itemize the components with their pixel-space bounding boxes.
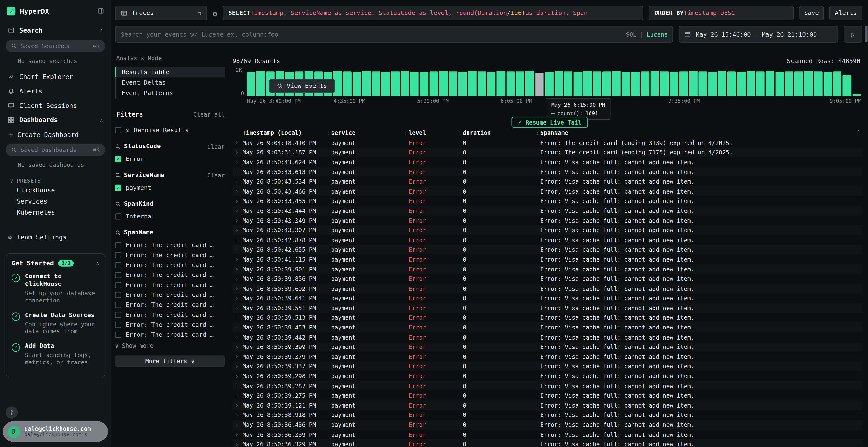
histogram-bar[interactable]	[429, 71, 438, 96]
table-row[interactable]: › May 26 8:50:39.298 PM payment Error 0 …	[232, 371, 863, 381]
row-expand-icon[interactable]: ›	[232, 402, 242, 408]
filter-option-spanname[interactable]: Error: The credit card …	[115, 270, 225, 280]
table-row[interactable]: › May 26 8:50:43.624 PM payment Error 0 …	[232, 157, 863, 167]
sidebar-item-search[interactable]: Search ∧	[0, 23, 111, 38]
checkbox[interactable]	[115, 302, 121, 308]
histogram-bar[interactable]	[401, 71, 409, 96]
histogram-bar[interactable]	[362, 71, 371, 96]
column-header-timestamp[interactable]: Timestamp (Local)	[243, 129, 324, 136]
histogram-bar[interactable]	[449, 72, 457, 96]
table-row[interactable]: › May 26 8:50:43.466 PM payment Error 0 …	[232, 186, 863, 196]
row-expand-icon[interactable]: ›	[232, 305, 242, 311]
row-expand-icon[interactable]: ›	[232, 178, 242, 184]
filter-option-spanname[interactable]: Error: The credit card …	[115, 330, 225, 339]
row-expand-icon[interactable]: ›	[232, 441, 242, 447]
filter-option-spanname[interactable]: Error: The credit card …	[115, 240, 225, 250]
save-button[interactable]: Save	[799, 5, 824, 21]
table-row[interactable]: › May 26 8:50:43.534 PM payment Error 0 …	[232, 176, 863, 186]
sql-query[interactable]: SELECT Timestamp, ServiceName as service…	[223, 5, 643, 21]
row-expand-icon[interactable]: ›	[232, 159, 242, 165]
histogram-bar[interactable]	[391, 71, 400, 96]
histogram-bar[interactable]	[487, 72, 495, 96]
table-row[interactable]: › May 26 8:50:39.287 PM payment Error 0 …	[232, 381, 863, 391]
filter-option-error[interactable]: ✓ Error	[115, 153, 225, 164]
histogram-bar[interactable]	[804, 71, 813, 96]
row-expand-icon[interactable]: ›	[232, 314, 242, 320]
table-row[interactable]: › May 26 8:50:36.339 PM payment Error 0 …	[232, 429, 863, 439]
checkbox[interactable]	[115, 213, 121, 219]
clear-all-filters-button[interactable]: Clear all	[193, 111, 225, 118]
filter-option-spanname[interactable]: Error: The credit card …	[115, 310, 225, 319]
chevron-up-icon[interactable]: ∧	[100, 117, 103, 123]
row-expand-icon[interactable]: ›	[232, 237, 242, 243]
table-row[interactable]: › May 26 8:50:41.115 PM payment Error 0 …	[232, 254, 863, 264]
histogram-bar[interactable]	[746, 71, 755, 96]
column-header-duration[interactable]: ⋮duration	[456, 129, 534, 136]
histogram-bar[interactable]	[737, 72, 745, 96]
column-menu-icon[interactable]: ⋮	[856, 129, 861, 135]
histogram-bar[interactable]	[564, 71, 572, 96]
histogram-bar[interactable]	[775, 72, 784, 96]
chevron-up-icon[interactable]: ∧	[100, 28, 103, 33]
filter-option-payment[interactable]: ✓ payment	[115, 182, 225, 193]
table-row[interactable]: › May 26 8:50:39.275 PM payment Error 0 …	[232, 391, 863, 400]
source-selector[interactable]: Traces ⇅	[115, 5, 207, 21]
row-expand-icon[interactable]: ›	[232, 169, 242, 175]
filter-option-spanname[interactable]: Error: The credit card …	[115, 250, 225, 260]
table-row[interactable]: › May 26 8:50:38.918 PM payment Error 0 …	[232, 410, 863, 420]
preset-dashboard-link[interactable]: ClickHouse	[0, 185, 111, 196]
sidebar-item-team-settings[interactable]: ⚙ Team Settings	[0, 230, 111, 244]
analysis-mode-option[interactable]: Results Table	[115, 67, 225, 77]
user-menu[interactable]: D dale@clickhouse.com dale@clickhouse.co…	[3, 421, 108, 442]
analysis-mode-option[interactable]: Event Deltas	[115, 77, 225, 88]
column-header-service[interactable]: ⋮service	[324, 129, 402, 136]
preset-dashboard-link[interactable]: Kubernetes	[0, 207, 111, 218]
histogram-bar[interactable]	[756, 72, 765, 96]
chevron-up-icon[interactable]: ∧	[96, 260, 99, 266]
filter-option-internal[interactable]: Internal	[115, 211, 225, 221]
row-expand-icon[interactable]: ›	[232, 266, 242, 272]
row-expand-icon[interactable]: ›	[232, 217, 242, 223]
checkbox-checked[interactable]: ✓	[115, 156, 121, 162]
show-more-button[interactable]: ∨ Show more	[115, 342, 225, 349]
table-row[interactable]: › May 26 8:50:43.455 PM payment Error 0 …	[232, 196, 863, 206]
row-expand-icon[interactable]: ›	[232, 139, 242, 145]
histogram-bar[interactable]	[602, 71, 611, 96]
table-row[interactable]: › May 26 8:50:39.513 PM payment Error 0 …	[232, 313, 863, 322]
histogram-bar[interactable]	[670, 72, 678, 96]
checkbox[interactable]	[115, 332, 121, 337]
checkbox[interactable]	[115, 321, 121, 328]
histogram-bars[interactable]	[247, 69, 861, 96]
filter-option-spanname[interactable]: Error: The credit card …	[115, 319, 225, 330]
row-expand-icon[interactable]: ›	[232, 363, 242, 369]
checkbox-checked[interactable]: ✓	[115, 184, 121, 191]
row-expand-icon[interactable]: ›	[232, 295, 242, 301]
table-row[interactable]: › May 26 8:50:42.878 PM payment Error 0 …	[232, 235, 863, 245]
histogram-bar[interactable]	[718, 71, 726, 96]
more-filters-button[interactable]: More filters ∨	[115, 355, 225, 367]
row-expand-icon[interactable]: ›	[232, 373, 242, 379]
sidebar-item-dashboards[interactable]: Dashboards ∧	[0, 113, 111, 127]
checkbox[interactable]	[115, 262, 121, 268]
table-row[interactable]: › May 26 8:50:39.641 PM payment Error 0 …	[232, 294, 863, 303]
column-header-spanname[interactable]: ⋮SpanName	[534, 129, 863, 136]
get-started-step[interactable]: ✓ Add Data Start sending logs, metrics, …	[11, 342, 99, 367]
table-row[interactable]: › May 26 8:50:39.121 PM payment Error 0 …	[232, 400, 863, 410]
sidebar-item-alerts[interactable]: Alerts	[0, 84, 111, 99]
histogram-bar[interactable]	[516, 71, 524, 96]
histogram-bar[interactable]	[785, 71, 794, 96]
scrollbar-thumb[interactable]	[865, 26, 867, 42]
histogram-bar[interactable]	[795, 72, 803, 96]
row-expand-icon[interactable]: ›	[232, 227, 242, 233]
histogram-bar[interactable]	[814, 71, 822, 96]
row-expand-icon[interactable]: ›	[232, 334, 242, 340]
source-settings-gear-icon[interactable]: ⚙	[213, 5, 217, 21]
table-row[interactable]: › May 26 8:50:39.551 PM payment Error 0 …	[232, 303, 863, 313]
histogram-bar[interactable]	[468, 71, 476, 96]
histogram-bar[interactable]	[458, 72, 467, 96]
row-expand-icon[interactable]: ›	[232, 422, 242, 428]
table-row[interactable]: › May 26 8:50:39.442 PM payment Error 0 …	[232, 332, 863, 342]
table-row[interactable]: › May 26 9:04:18.410 PM payment Error 0 …	[232, 138, 863, 147]
checkbox[interactable]	[115, 291, 121, 298]
table-row[interactable]: › May 26 8:50:39.692 PM payment Error 0 …	[232, 284, 863, 294]
